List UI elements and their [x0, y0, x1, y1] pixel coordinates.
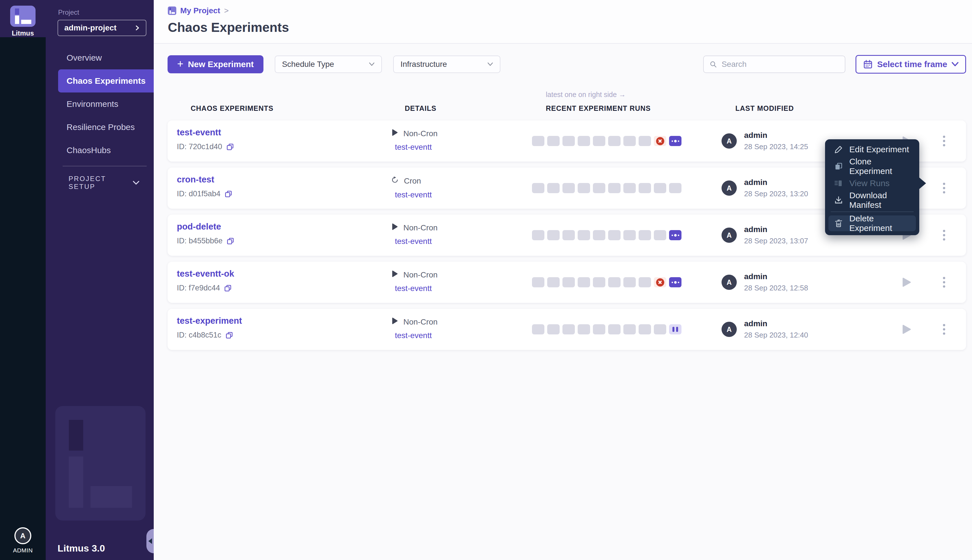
- time-frame-button[interactable]: Select time frame: [855, 55, 966, 73]
- target-experiment-link[interactable]: test-eventt: [395, 237, 432, 246]
- new-experiment-button[interactable]: + New Experiment: [168, 55, 263, 73]
- run-pill-empty: [624, 230, 636, 240]
- column-header-details: DETAILS: [405, 104, 436, 113]
- run-pill-empty: [608, 277, 620, 287]
- run-more-badge[interactable]: [669, 136, 682, 146]
- row-user-avatar: A: [722, 133, 737, 148]
- copy-id-icon[interactable]: [225, 331, 233, 339]
- experiment-name-link[interactable]: pod-delete: [177, 222, 221, 232]
- copy-id-icon[interactable]: [224, 284, 232, 292]
- row-menu-button[interactable]: [937, 274, 951, 291]
- run-more-badge[interactable]: [669, 277, 682, 287]
- litmus-logo-icon[interactable]: [10, 6, 35, 27]
- copy-id-icon[interactable]: [225, 190, 232, 198]
- target-experiment-link[interactable]: test-eventt: [395, 284, 432, 293]
- modified-timestamp: 28 Sep 2023, 14:25: [744, 142, 808, 151]
- copy-id-icon[interactable]: [226, 143, 234, 151]
- recent-runs: [532, 230, 682, 240]
- run-more-badge[interactable]: [669, 230, 682, 240]
- run-experiment-button[interactable]: [898, 274, 915, 291]
- calendar-icon: [863, 60, 873, 69]
- run-pill-empty: [547, 183, 560, 193]
- menu-item-edit-experiment[interactable]: Edit Experiment: [825, 141, 919, 158]
- sidebar-item-resilience-probes[interactable]: Resilience Probes: [46, 116, 154, 139]
- run-pill-empty: [532, 136, 544, 146]
- copy-id-icon[interactable]: [227, 237, 234, 245]
- project-selector[interactable]: admin-project: [58, 20, 147, 36]
- row-menu-button[interactable]: [937, 180, 951, 197]
- schedule-type-select[interactable]: Schedule Type: [275, 55, 382, 73]
- infrastructure-select[interactable]: Infrastructure: [393, 55, 500, 73]
- chevron-down-icon: [487, 62, 493, 66]
- menu-item-view-runs[interactable]: View Runs: [825, 175, 919, 192]
- breadcrumb-separator: >: [224, 6, 229, 15]
- modified-timestamp: 28 Sep 2023, 12:58: [744, 284, 808, 292]
- menu-item-delete-experiment[interactable]: Delete Experiment: [829, 215, 916, 231]
- run-pill-empty: [624, 183, 636, 193]
- column-header-runs: RECENT EXPERIMENT RUNS: [546, 104, 651, 113]
- project-setup-toggle[interactable]: PROJECT SETUP: [46, 175, 154, 191]
- schedule-type-label: Non-Cron: [403, 129, 437, 138]
- run-pill-empty: [624, 277, 636, 287]
- run-pill-empty: [547, 136, 560, 146]
- clone-icon: [834, 162, 843, 171]
- run-pill-empty: [608, 230, 620, 240]
- run-experiment-button[interactable]: [898, 321, 915, 338]
- run-pill-empty: [578, 324, 590, 334]
- chevron-down-icon: [952, 62, 959, 67]
- run-pill-empty: [608, 324, 620, 334]
- run-pill-empty: [593, 324, 605, 334]
- row-menu-button[interactable]: [937, 133, 951, 150]
- cron-cycle-icon: [391, 176, 399, 184]
- experiment-name-link[interactable]: test-experiment: [177, 316, 242, 326]
- modified-by-user: admin: [744, 319, 808, 328]
- run-paused-badge[interactable]: [669, 324, 682, 334]
- experiment-id: ID: 720c1d40: [177, 142, 222, 151]
- collapse-arrow-icon: [148, 538, 152, 544]
- run-pill-empty: [593, 136, 605, 146]
- row-menu-button[interactable]: [937, 321, 951, 338]
- run-pill-empty: [639, 324, 651, 334]
- sidebar-item-overview[interactable]: Overview: [46, 46, 154, 69]
- plus-icon: +: [177, 58, 183, 69]
- breadcrumb-litmus-icon: [168, 7, 176, 15]
- sidebar-collapse-handle[interactable]: [147, 529, 154, 553]
- target-experiment-link[interactable]: test-eventt: [395, 331, 432, 340]
- username-label: ADMIN: [13, 547, 33, 554]
- modified-by-user: admin: [744, 178, 808, 187]
- run-failed-badge[interactable]: [654, 277, 666, 287]
- experiment-name-link[interactable]: cron-test: [177, 175, 214, 184]
- view-runs-icon: [834, 179, 843, 188]
- target-experiment-link[interactable]: test-eventt: [395, 143, 432, 152]
- row-menu-button[interactable]: [937, 227, 951, 243]
- litmus-watermark: [55, 406, 145, 520]
- table-header: latest one on right side → CHAOS EXPERIM…: [154, 73, 972, 120]
- experiment-name-link[interactable]: test-eventt: [177, 127, 221, 137]
- sidebar-nav: OverviewChaos ExperimentsEnvironmentsRes…: [46, 46, 154, 162]
- search-input[interactable]: [722, 60, 839, 69]
- sidebar-item-chaoshubs[interactable]: ChaosHubs: [46, 139, 154, 162]
- target-experiment-link[interactable]: test-eventt: [395, 190, 432, 199]
- user-menu[interactable]: A ADMIN: [0, 527, 46, 554]
- logo-dark-block: [15, 8, 19, 15]
- play-icon: [391, 223, 398, 230]
- run-pill-empty: [578, 183, 590, 193]
- page-title: Chaos Experiments: [168, 20, 972, 35]
- toolbar: + New Experiment Schedule Type Infrastru…: [154, 44, 972, 73]
- sidebar-item-chaos-experiments[interactable]: Chaos Experiments: [58, 69, 154, 92]
- search-icon: [709, 60, 717, 68]
- run-failed-badge[interactable]: [654, 136, 666, 146]
- sidebar-item-environments[interactable]: Environments: [46, 92, 154, 116]
- experiment-row: test-eventt-ok ID: f7e9dc44 Non-Cron tes…: [168, 262, 966, 303]
- run-pill-empty: [639, 136, 651, 146]
- run-pill-empty: [532, 277, 544, 287]
- run-pill-empty: [532, 183, 544, 193]
- modified-timestamp: 28 Sep 2023, 12:40: [744, 331, 808, 340]
- breadcrumb-link[interactable]: My Project: [180, 6, 220, 15]
- menu-item-download-manifest[interactable]: Download Manifest: [825, 192, 919, 209]
- app-root: Litmus A ADMIN Project admin-project Ove…: [0, 0, 972, 560]
- run-pill-empty: [593, 277, 605, 287]
- experiment-name-link[interactable]: test-eventt-ok: [177, 269, 234, 278]
- run-pill-empty: [547, 324, 560, 334]
- menu-item-clone-experiment[interactable]: Clone Experiment: [825, 158, 919, 175]
